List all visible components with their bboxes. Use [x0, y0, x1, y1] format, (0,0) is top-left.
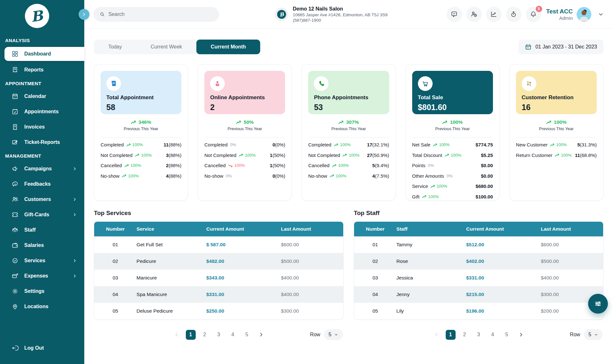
column-header: Staff — [397, 222, 466, 236]
campaigns-icon — [11, 165, 19, 172]
card-stats: Completed 100% 11(88%) Not Completed 100… — [101, 137, 181, 179]
sidebar-item-customers[interactable]: Customers — [0, 193, 84, 206]
sliders-icon — [593, 299, 603, 308]
timer-button[interactable] — [506, 7, 521, 22]
rows-per-page-select[interactable]: 5 — [584, 329, 603, 340]
table-row: 05 Lily $196.00 $200.00 — [354, 303, 603, 319]
sidebar-item-label: Calendar — [24, 93, 46, 99]
sidebar-item-appointments[interactable]: Appointments — [0, 105, 84, 118]
sidebar-item-staff[interactable]: Staff — [0, 224, 84, 236]
tab-current-month[interactable]: Current Month — [196, 40, 260, 54]
retention-icon — [522, 76, 536, 91]
stat-value: 5(31.3%) — [577, 142, 597, 148]
page-button-4[interactable]: 4 — [228, 330, 238, 340]
messages-button[interactable] — [447, 7, 462, 22]
sidebar-item-locations[interactable]: Locations — [0, 300, 84, 313]
sidebar-item-label: Campaigns — [24, 166, 52, 172]
cell-current-amount: $331.00 — [466, 270, 541, 286]
cell-number: 05 — [354, 303, 397, 319]
brand-logo: B — [0, 0, 84, 30]
logout-button[interactable]: Log Out — [0, 342, 84, 354]
page-prev-icon[interactable] — [173, 331, 180, 338]
cell-number: 02 — [354, 253, 397, 270]
search-box[interactable] — [94, 7, 219, 22]
stat-value: 4(7.5%) — [372, 173, 389, 179]
sidebar-collapse-button[interactable] — [79, 9, 89, 20]
stat-label: New Customer — [516, 142, 548, 148]
sidebar-item-calendar[interactable]: Calendar — [0, 90, 84, 103]
stat-value: $100.00 — [476, 194, 493, 200]
dashboard-icon — [11, 50, 19, 57]
stat-trend: 100% — [122, 173, 139, 179]
sidebar-item-expenses[interactable]: Expenses — [0, 270, 84, 282]
waitlist-button[interactable] — [466, 7, 482, 22]
sidebar-item-label: Customers — [24, 197, 51, 202]
trend-up-icon — [431, 185, 435, 188]
cell-current-amount: $215.00 — [466, 286, 541, 303]
analytics-button[interactable] — [486, 7, 502, 22]
rows-per-page-value: 5 — [329, 332, 331, 338]
table-title: Top Staff — [354, 210, 603, 217]
date-range-picker[interactable]: 01 Jan 2023 - 31 Dec 2023 — [518, 40, 603, 54]
sidebar-item-gift-cards[interactable]: Gift-Cards — [0, 208, 84, 221]
sidebar-nav: ANALYSIS Dashboard Reports APPOINTMENT C… — [0, 30, 84, 364]
card-trend: 346% — [101, 119, 181, 125]
page-button-5[interactable]: 5 — [502, 330, 512, 340]
user-menu[interactable]: Test ACC Admin — [546, 7, 604, 22]
services-icon — [11, 257, 19, 264]
chevron-right-icon — [81, 12, 87, 17]
page-next-icon[interactable] — [258, 331, 264, 338]
sidebar-item-services[interactable]: Services — [0, 254, 84, 267]
card-header: Online Appointments 2 — [204, 71, 285, 114]
card-header: Phone Appointments 53 — [308, 71, 389, 114]
page-button-1[interactable]: 1 — [186, 330, 196, 340]
sidebar-item-dashboard[interactable]: Dashboard — [4, 47, 84, 61]
stat-row: New Customer 100% 5(31.3%) — [516, 142, 597, 148]
card-trend-caption: Previous This Year — [516, 126, 597, 131]
page-button-1[interactable]: 1 — [446, 330, 456, 340]
search-input[interactable] — [108, 11, 213, 17]
stat-value: 2(88%) — [166, 162, 181, 169]
stat-label: Completed — [101, 142, 124, 148]
avatar-image — [577, 7, 591, 22]
sidebar-item-feedbacks[interactable]: Feedbacks — [0, 178, 84, 190]
card-trend-value: 346% — [139, 119, 151, 125]
notifications-button[interactable]: 5 — [526, 7, 541, 22]
page-button-5[interactable]: 5 — [242, 330, 252, 340]
page-prev-icon[interactable] — [433, 331, 440, 338]
card-trend-caption: Previous This Year — [204, 126, 285, 131]
tab-today[interactable]: Today — [94, 40, 136, 54]
sidebar-item-reports[interactable]: Reports — [0, 63, 84, 76]
page-button-2[interactable]: 2 — [200, 330, 210, 340]
cell-last-amount: $600.00 — [281, 236, 343, 253]
sidebar-item-salaries[interactable]: Salaries — [0, 239, 84, 252]
rows-per-page-select[interactable]: 5 — [324, 329, 343, 340]
sidebar-item-campaigns[interactable]: Campaigns — [0, 162, 84, 175]
page-button-2[interactable]: 2 — [460, 330, 470, 340]
stat-label: Service — [412, 183, 428, 189]
sidebar-item-ticket-reports[interactable]: Ticket-Reports — [0, 136, 84, 149]
cell-current-amount: $ 587.00 — [206, 236, 281, 253]
tab-current-week[interactable]: Current Week — [136, 40, 196, 54]
page-next-icon[interactable] — [518, 331, 524, 338]
top-services-table: Number Service Current Amount Last Amoun… — [94, 221, 344, 320]
page-button-3[interactable]: 3 — [474, 330, 484, 340]
trend-up-icon — [550, 143, 555, 147]
filter-row: Today Current Week Current Month 01 Jan … — [94, 40, 603, 54]
stat-trend: 0% — [428, 162, 434, 169]
sidebar-item-settings[interactable]: Settings — [0, 285, 84, 298]
stat-label: Cancelled — [101, 162, 122, 169]
trend-up-icon — [131, 120, 136, 124]
sidebar-item-invoices[interactable]: Invoices — [0, 121, 84, 133]
reports-icon — [11, 66, 19, 73]
page-button-3[interactable]: 3 — [214, 330, 224, 340]
rows-per-page-value: 5 — [588, 332, 591, 338]
card-trend-caption: Previous This Year — [101, 126, 181, 131]
card-title: Customer Retention — [522, 94, 591, 101]
sidebar-item-label: Feedbacks — [24, 181, 51, 187]
page-button-4[interactable]: 4 — [488, 330, 498, 340]
top-bar: B Demo 12 Nails Salon 10665 Jasper Ave #… — [84, 0, 613, 29]
cell-staff: Jenny — [397, 286, 466, 303]
filter-settings-fab[interactable] — [588, 294, 608, 314]
trend-up-icon — [126, 143, 131, 147]
